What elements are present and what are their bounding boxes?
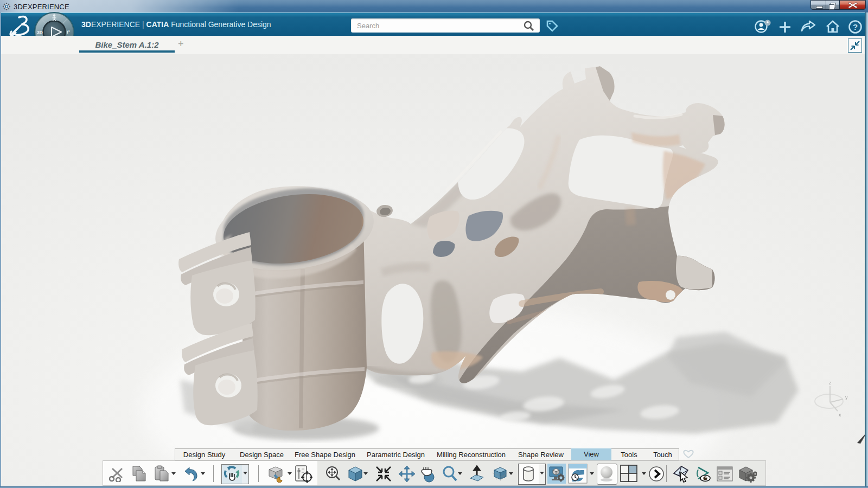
svg-text:?: ? [853,22,858,31]
svg-text:y: y [845,395,848,400]
svg-text:i¹: i¹ [67,29,70,35]
svg-text:z: z [829,380,832,386]
svg-text:x: x [839,412,841,418]
svg-text:3D: 3D [37,30,43,35]
